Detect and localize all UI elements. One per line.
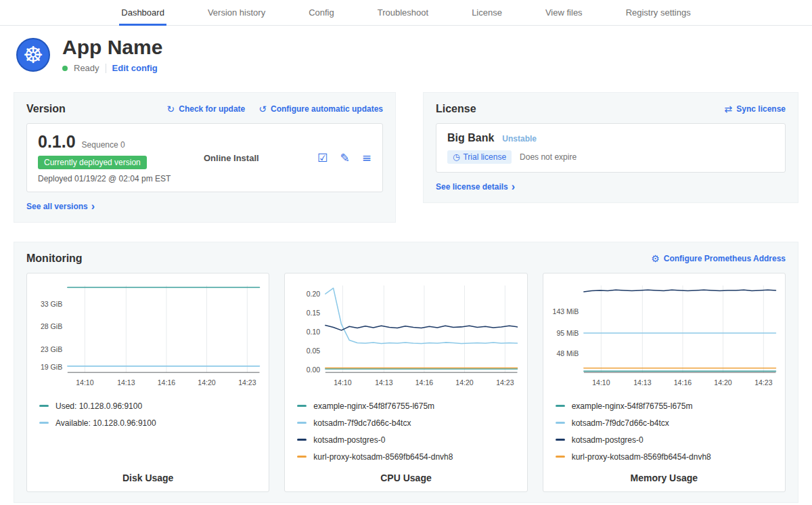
svg-text:143 MiB: 143 MiB bbox=[552, 307, 579, 315]
version-card-header: Version ↻ Check for update ↺ Configure a… bbox=[26, 103, 383, 115]
chart-title: CPU Usage bbox=[292, 466, 520, 486]
license-card-title: License bbox=[436, 103, 476, 115]
svg-text:0.10: 0.10 bbox=[307, 328, 321, 336]
chart-plot-cpu-usage[interactable]: 14:1014:1314:1614:2014:230.000.050.100.1… bbox=[292, 282, 520, 393]
svg-text:14:16: 14:16 bbox=[415, 378, 433, 387]
trial-license-label: Trial license bbox=[463, 152, 506, 162]
legend-item: kotsadm-postgres-0 bbox=[556, 435, 778, 445]
tab-license[interactable]: License bbox=[470, 0, 504, 25]
charts-row: 14:1014:1314:1614:2014:2319 GiB23 GiB28 … bbox=[26, 273, 786, 492]
legend-label: Used: 10.128.0.96:9100 bbox=[55, 401, 142, 411]
legend-item: Available: 10.128.0.96:9100 bbox=[39, 418, 262, 428]
svg-text:14:20: 14:20 bbox=[456, 378, 474, 387]
chart-plot-memory-usage[interactable]: 14:1014:1314:1614:2014:2348 MiB95 MiB143… bbox=[550, 282, 778, 393]
svg-text:14:23: 14:23 bbox=[754, 378, 772, 387]
config-edit-icon[interactable]: ✎ bbox=[340, 152, 350, 164]
tab-config[interactable]: Config bbox=[307, 0, 336, 25]
svg-text:19 GiB: 19 GiB bbox=[41, 363, 62, 371]
legend-swatch bbox=[297, 422, 307, 424]
legend-item: kurl-proxy-kotsadm-8569fb6454-dnvh8 bbox=[297, 452, 520, 462]
series-kotsadm-7f9dc7d66c-b4tcx bbox=[325, 288, 518, 344]
legend-label: kurl-proxy-kotsadm-8569fb6454-dnvh8 bbox=[313, 452, 453, 462]
chart-legend: example-nginx-54f8f76755-l675mkotsadm-7f… bbox=[297, 401, 520, 462]
legend-label: example-nginx-54f8f76755-l675m bbox=[313, 401, 434, 411]
tab-troubleshoot[interactable]: Troubleshoot bbox=[376, 0, 430, 25]
kubernetes-wheel-icon: ☸ bbox=[23, 43, 43, 66]
legend-item: kotsadm-7f9dc7d66c-b4tcx bbox=[556, 418, 778, 428]
svg-text:28 GiB: 28 GiB bbox=[41, 322, 62, 330]
app-header-text: App Name Ready Edit config bbox=[62, 36, 162, 73]
svg-text:14:20: 14:20 bbox=[198, 378, 215, 387]
deploy-logs-icon[interactable]: ≡ bbox=[362, 152, 371, 164]
svg-text:14:13: 14:13 bbox=[375, 378, 392, 387]
monitoring-header: Monitoring ⚙ Configure Prometheus Addres… bbox=[26, 252, 786, 265]
chart-legend: Used: 10.128.0.96:9100Available: 10.128.… bbox=[39, 401, 262, 428]
app-header: ☸ App Name Ready Edit config bbox=[0, 26, 812, 83]
chart-card-memory-usage: 14:1014:1314:1614:2014:2348 MiB95 MiB143… bbox=[543, 273, 786, 492]
license-card: License ⇄ Sync license Big Bank Unstable… bbox=[423, 92, 798, 203]
legend-swatch bbox=[556, 439, 565, 441]
see-all-versions-link[interactable]: See all versions › bbox=[26, 201, 95, 212]
gear-icon: ⚙ bbox=[651, 254, 660, 263]
svg-text:14:23: 14:23 bbox=[238, 378, 256, 387]
svg-text:14:23: 14:23 bbox=[496, 378, 514, 387]
trial-license-badge: ◷ Trial license bbox=[447, 150, 512, 164]
auto-update-icon: ↺ bbox=[258, 104, 267, 114]
series-kotsadm-postgres-0 bbox=[583, 290, 775, 292]
legend-item: kotsadm-postgres-0 bbox=[297, 435, 520, 445]
legend-swatch bbox=[297, 456, 307, 458]
svg-text:14:13: 14:13 bbox=[117, 378, 135, 387]
preflight-checks-icon[interactable]: ☑ bbox=[317, 152, 328, 164]
chart-plot-disk-usage[interactable]: 14:1014:1314:1614:2014:2319 GiB23 GiB28 … bbox=[34, 282, 262, 393]
legend-label: example-nginx-54f8f76755-l675m bbox=[572, 401, 693, 411]
license-expiry: Does not expire bbox=[520, 152, 577, 162]
chevron-right-icon: › bbox=[512, 181, 515, 192]
tab-version-history[interactable]: Version history bbox=[206, 0, 267, 25]
license-detail-row: ◷ Trial license Does not expire bbox=[447, 150, 774, 164]
license-card-header: License ⇄ Sync license bbox=[436, 103, 786, 115]
app-status-row: Ready Edit config bbox=[62, 63, 162, 73]
legend-swatch bbox=[39, 422, 49, 424]
legend-swatch bbox=[556, 405, 565, 407]
legend-swatch bbox=[39, 405, 49, 407]
check-for-update-label: Check for update bbox=[179, 104, 245, 114]
legend-label: kurl-proxy-kotsadm-8569fb6454-dnvh8 bbox=[572, 452, 711, 462]
status-dot bbox=[62, 66, 68, 71]
install-type-label: Online Install bbox=[204, 153, 259, 163]
deployed-timestamp: Deployed 01/19/22 @ 02:04 pm EST bbox=[38, 174, 183, 183]
tab-dashboard[interactable]: Dashboard bbox=[119, 0, 166, 25]
legend-label: Available: 10.128.0.96:9100 bbox=[55, 418, 156, 428]
legend-label: kotsadm-postgres-0 bbox=[313, 435, 385, 445]
app-logo: ☸ bbox=[16, 38, 50, 72]
check-for-update-link[interactable]: ↻ Check for update bbox=[167, 104, 246, 114]
svg-text:14:13: 14:13 bbox=[633, 378, 651, 387]
version-action-icons: ☑ ✎ ≡ bbox=[317, 152, 371, 164]
svg-text:14:16: 14:16 bbox=[158, 378, 175, 387]
version-card-title: Version bbox=[26, 103, 66, 115]
legend-item: kotsadm-7f9dc7d66c-b4tcx bbox=[297, 418, 520, 428]
version-sequence: Sequence 0 bbox=[82, 140, 125, 150]
chart-card-cpu-usage: 14:1014:1314:1614:2014:230.000.050.100.1… bbox=[284, 273, 527, 492]
tab-view-files[interactable]: View files bbox=[543, 0, 585, 25]
svg-text:14:10: 14:10 bbox=[76, 378, 93, 387]
divider bbox=[106, 64, 106, 73]
refresh-icon: ↻ bbox=[167, 104, 175, 114]
svg-text:23 GiB: 23 GiB bbox=[41, 345, 62, 353]
license-box: Big Bank Unstable ◷ Trial license Does n… bbox=[436, 123, 786, 173]
configure-automatic-updates-label: Configure automatic updates bbox=[271, 104, 383, 114]
svg-text:0.15: 0.15 bbox=[307, 309, 321, 317]
configure-automatic-updates-link[interactable]: ↺ Configure automatic updates bbox=[258, 104, 383, 114]
sync-license-link[interactable]: ⇄ Sync license bbox=[725, 104, 786, 114]
see-license-details-link[interactable]: See license details › bbox=[436, 181, 515, 192]
legend-swatch bbox=[297, 439, 307, 441]
version-card: Version ↻ Check for update ↺ Configure a… bbox=[14, 92, 396, 223]
tab-registry-settings[interactable]: Registry settings bbox=[624, 0, 693, 25]
svg-text:14:10: 14:10 bbox=[592, 378, 610, 387]
chart-title: Memory Usage bbox=[550, 466, 778, 486]
summary-cards-row: Version ↻ Check for update ↺ Configure a… bbox=[14, 92, 798, 223]
legend-label: kotsadm-postgres-0 bbox=[572, 435, 644, 445]
license-name-row: Big Bank Unstable bbox=[447, 132, 774, 144]
legend-item: example-nginx-54f8f76755-l675m bbox=[297, 401, 520, 411]
configure-prometheus-link[interactable]: ⚙ Configure Prometheus Address bbox=[651, 254, 786, 263]
edit-config-link[interactable]: Edit config bbox=[112, 63, 158, 73]
